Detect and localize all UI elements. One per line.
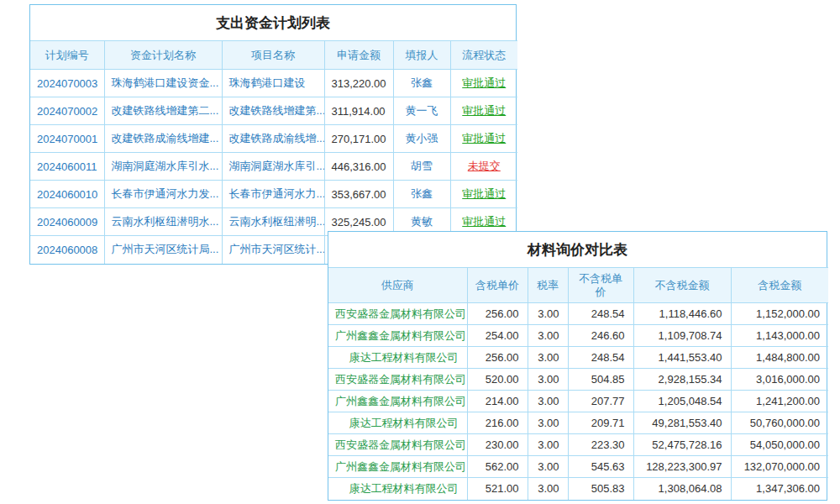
expense-plan-title: 支出资金计划列表	[30, 5, 516, 40]
tax-rate-cell: 3.00	[528, 391, 568, 412]
project-name-link[interactable]: 长春市伊通河水力...	[222, 181, 324, 208]
filler-name-link[interactable]: 张鑫	[393, 70, 450, 97]
flow-status-link[interactable]: 审批通过	[450, 125, 517, 153]
plan-id-link[interactable]: 2024070003	[30, 70, 104, 97]
plan-id-link[interactable]: 2024070001	[30, 125, 104, 153]
flow-status-link[interactable]: 审批通过	[450, 97, 517, 125]
project-name-link[interactable]: 改建铁路线增建第...	[222, 97, 324, 125]
supplier-name-cell: 西安盛器金属材料有限公司	[328, 303, 467, 325]
material-quote-row: 康达工程材料有限公司 521.00 3.00 505.83 1,308,064.…	[328, 478, 828, 500]
filler-name-link[interactable]: 黄小强	[393, 125, 450, 153]
supplier-name-cell: 康达工程材料有限公司	[328, 347, 467, 369]
material-quote-row: 广州鑫鑫金属材料有限公司 562.00 3.00 545.63 128,223,…	[328, 456, 828, 478]
tax-rate-cell: 3.00	[528, 434, 568, 456]
material-quote-panel: 材料询价对比表 供应商 含税单价 税率 不含税单价 不含税金额 含税金额 西安盛…	[328, 231, 827, 501]
apply-amount-cell: 353,667.00	[324, 181, 393, 208]
supplier-name-cell: 康达工程材料有限公司	[328, 412, 467, 434]
net-price-cell: 545.63	[568, 456, 633, 478]
flow-status-link[interactable]: 未提交	[450, 153, 517, 181]
col-header-amount: 含税金额	[731, 268, 828, 303]
col-header-net-amount: 不含税金额	[633, 268, 731, 303]
material-quote-header-row: 供应商 含税单价 税率 不含税单价 不含税金额 含税金额	[328, 268, 828, 303]
material-quote-row: 西安盛器金属材料有限公司 230.00 3.00 223.30 52,475,7…	[328, 434, 828, 456]
net-price-cell: 505.83	[568, 478, 633, 500]
plan-name-link[interactable]: 珠海鹤港口建设资金...	[104, 70, 222, 97]
col-header-net-price: 不含税单价	[568, 268, 633, 303]
plan-name-link[interactable]: 改建铁路成渝线增建...	[104, 125, 222, 153]
amount-cell: 132,070,000.00	[731, 456, 828, 478]
amount-cell: 1,152,000.00	[731, 303, 828, 325]
expense-plan-row: 2024060010 长春市伊通河水力发... 长春市伊通河水力... 353,…	[30, 181, 517, 208]
filler-name-link[interactable]: 胡雪	[393, 153, 450, 181]
material-quote-row: 西安盛器金属材料有限公司 520.00 3.00 504.85 2,928,15…	[328, 369, 828, 391]
project-name-link[interactable]: 改建铁路成渝线增...	[222, 125, 324, 153]
project-name-link[interactable]: 云南水利枢纽潜明...	[222, 208, 324, 236]
expense-plan-panel: 支出资金计划列表 计划编号 资金计划名称 项目名称 申请金额 填报人 流程状态 …	[29, 4, 517, 265]
net-amount-cell: 128,223,300.97	[633, 456, 731, 478]
net-amount-cell: 2,928,155.34	[633, 369, 731, 391]
material-quote-body: 西安盛器金属材料有限公司 256.00 3.00 248.54 1,118,44…	[328, 303, 828, 500]
net-amount-cell: 1,205,048.54	[633, 391, 731, 412]
plan-name-link[interactable]: 湖南洞庭湖水库引水...	[104, 153, 222, 181]
col-header-supplier: 供应商	[328, 268, 467, 303]
apply-amount-cell: 311,914.00	[324, 97, 393, 125]
net-price-cell: 209.71	[568, 412, 633, 434]
plan-name-link[interactable]: 长春市伊通河水力发...	[104, 181, 222, 208]
supplier-name-cell: 广州鑫鑫金属材料有限公司	[328, 325, 467, 347]
plan-name-link[interactable]: 改建铁路线增建第二...	[104, 97, 222, 125]
price-cell: 214.00	[467, 391, 528, 412]
expense-plan-row: 2024070001 改建铁路成渝线增建... 改建铁路成渝线增... 270,…	[30, 125, 517, 153]
amount-cell: 1,143,000.00	[731, 325, 828, 347]
expense-plan-row: 2024060011 湖南洞庭湖水库引水... 湖南洞庭湖水库引... 446,…	[30, 153, 517, 181]
net-price-cell: 248.54	[568, 347, 633, 369]
plan-name-link[interactable]: 广州市天河区统计局...	[104, 236, 222, 264]
material-quote-row: 康达工程材料有限公司 216.00 3.00 209.71 49,281,553…	[328, 412, 828, 434]
plan-id-link[interactable]: 2024060009	[30, 208, 104, 236]
apply-amount-cell: 270,171.00	[324, 125, 393, 153]
filler-name-link[interactable]: 黄一飞	[393, 97, 450, 125]
amount-cell: 50,760,000.00	[731, 412, 828, 434]
project-name-link[interactable]: 广州市天河区统计...	[222, 236, 324, 264]
net-price-cell: 207.77	[568, 391, 633, 412]
col-header-filler: 填报人	[393, 41, 450, 70]
supplier-name-cell: 康达工程材料有限公司	[328, 478, 467, 500]
plan-name-link[interactable]: 云南水利枢纽潜明水...	[104, 208, 222, 236]
col-header-flow-status: 流程状态	[450, 41, 517, 70]
expense-plan-header-row: 计划编号 资金计划名称 项目名称 申请金额 填报人 流程状态	[30, 41, 517, 70]
price-cell: 256.00	[467, 303, 528, 325]
apply-amount-cell: 446,316.00	[324, 153, 393, 181]
col-header-plan-name: 资金计划名称	[104, 41, 222, 70]
net-amount-cell: 1,118,446.60	[633, 303, 731, 325]
col-header-tax-rate: 税率	[528, 268, 568, 303]
col-header-apply-amount: 申请金额	[324, 41, 393, 70]
project-name-link[interactable]: 珠海鹤港口建设	[222, 70, 324, 97]
plan-id-link[interactable]: 2024070002	[30, 97, 104, 125]
plan-id-link[interactable]: 2024060010	[30, 181, 104, 208]
net-price-cell: 223.30	[568, 434, 633, 456]
flow-status-link[interactable]: 审批通过	[450, 70, 517, 97]
col-header-plan-id: 计划编号	[30, 41, 104, 70]
plan-id-link[interactable]: 2024060008	[30, 236, 104, 264]
net-amount-cell: 52,475,728.16	[633, 434, 731, 456]
supplier-name-cell: 广州鑫鑫金属材料有限公司	[328, 456, 467, 478]
col-header-project-name: 项目名称	[222, 41, 324, 70]
tax-rate-cell: 3.00	[528, 478, 568, 500]
flow-status-link[interactable]: 审批通过	[450, 181, 517, 208]
price-cell: 256.00	[467, 347, 528, 369]
tax-rate-cell: 3.00	[528, 369, 568, 391]
amount-cell: 1,484,800.00	[731, 347, 828, 369]
project-name-link[interactable]: 湖南洞庭湖水库引...	[222, 153, 324, 181]
filler-name-link[interactable]: 张鑫	[393, 181, 450, 208]
expense-plan-row: 2024070003 珠海鹤港口建设资金... 珠海鹤港口建设 313,220.…	[30, 70, 517, 97]
supplier-name-cell: 西安盛器金属材料有限公司	[328, 369, 467, 391]
price-cell: 254.00	[467, 325, 528, 347]
col-header-price: 含税单价	[467, 268, 528, 303]
tax-rate-cell: 3.00	[528, 347, 568, 369]
supplier-name-cell: 西安盛器金属材料有限公司	[328, 434, 467, 456]
net-price-cell: 248.54	[568, 303, 633, 325]
plan-id-link[interactable]: 2024060011	[30, 153, 104, 181]
tax-rate-cell: 3.00	[528, 325, 568, 347]
net-amount-cell: 49,281,553.40	[633, 412, 731, 434]
net-price-cell: 504.85	[568, 369, 633, 391]
amount-cell: 1,241,200.00	[731, 391, 828, 412]
